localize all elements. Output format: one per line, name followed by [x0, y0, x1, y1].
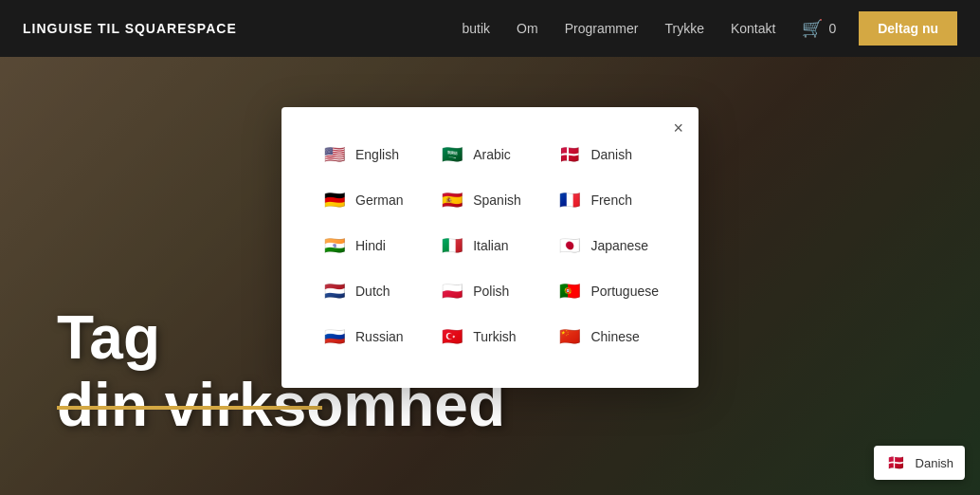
language-item-german[interactable]: 🇩🇪German	[316, 183, 426, 217]
language-item-dutch[interactable]: 🇳🇱Dutch	[316, 274, 426, 308]
language-label: Hindi	[355, 238, 386, 253]
flag-icon-french: 🇫🇷	[556, 187, 583, 213]
language-label: Italian	[473, 238, 508, 253]
flag-icon-german: 🇩🇪	[321, 187, 348, 213]
flag-icon-dutch: 🇳🇱	[321, 278, 348, 304]
language-label: German	[355, 192, 404, 208]
danish-badge[interactable]: 🇩🇰 Danish	[874, 446, 965, 480]
language-item-chinese[interactable]: 🇨🇳Chinese	[551, 320, 664, 354]
language-item-russian[interactable]: 🇷🇺Russian	[316, 320, 426, 354]
language-label: Chinese	[590, 329, 639, 344]
language-item-polish[interactable]: 🇵🇱Polish	[433, 274, 543, 308]
modal-close-button[interactable]: ×	[673, 119, 683, 138]
flag-icon-arabic: 🇸🇦	[439, 141, 465, 168]
language-item-hindi[interactable]: 🇮🇳Hindi	[316, 229, 426, 263]
flag-icon-russian: 🇷🇺	[321, 323, 348, 350]
flag-icon-polish: 🇵🇱	[439, 278, 465, 304]
language-label: Russian	[355, 329, 404, 344]
language-label: Arabic	[473, 147, 511, 162]
language-item-italian[interactable]: 🇮🇹Italian	[433, 229, 543, 263]
language-grid: 🇺🇸English🇸🇦Arabic🇩🇰Danish🇩🇪German🇪🇸Spani…	[316, 138, 664, 354]
language-item-turkish[interactable]: 🇹🇷Turkish	[433, 320, 543, 354]
language-label: Japanese	[590, 238, 648, 253]
flag-icon-chinese: 🇨🇳	[556, 323, 583, 350]
flag-icon-spanish: 🇪🇸	[439, 187, 465, 213]
language-label: Danish	[590, 147, 632, 162]
language-modal: × 🇺🇸English🇸🇦Arabic🇩🇰Danish🇩🇪German🇪🇸Spa…	[281, 107, 699, 388]
danish-badge-label: Danish	[916, 456, 953, 470]
flag-icon-italian: 🇮🇹	[439, 232, 465, 259]
language-label: French	[590, 192, 632, 208]
flag-icon-danish: 🇩🇰	[556, 141, 583, 168]
language-item-japanese[interactable]: 🇯🇵Japanese	[551, 229, 664, 263]
language-label: Polish	[473, 284, 509, 299]
language-item-portuguese[interactable]: 🇵🇹Portuguese	[551, 274, 664, 308]
language-label: Spanish	[473, 192, 521, 208]
language-item-spanish[interactable]: 🇪🇸Spanish	[433, 183, 543, 217]
language-label: English	[355, 147, 399, 162]
language-label: Dutch	[355, 284, 390, 299]
flag-icon-japanese: 🇯🇵	[556, 232, 583, 259]
language-item-french[interactable]: 🇫🇷French	[551, 183, 664, 217]
flag-icon-english: 🇺🇸	[321, 141, 348, 168]
language-item-danish[interactable]: 🇩🇰Danish	[551, 138, 664, 172]
language-label: Portuguese	[590, 284, 659, 299]
flag-icon-portuguese: 🇵🇹	[556, 278, 583, 304]
language-label: Turkish	[473, 329, 516, 344]
language-item-english[interactable]: 🇺🇸English	[316, 138, 426, 172]
language-item-arabic[interactable]: 🇸🇦Arabic	[433, 138, 543, 172]
modal-backdrop: × 🇺🇸English🇸🇦Arabic🇩🇰Danish🇩🇪German🇪🇸Spa…	[0, 0, 980, 495]
danish-badge-flag: 🇩🇰	[885, 451, 908, 474]
flag-icon-hindi: 🇮🇳	[321, 232, 348, 259]
flag-icon-turkish: 🇹🇷	[439, 323, 465, 350]
